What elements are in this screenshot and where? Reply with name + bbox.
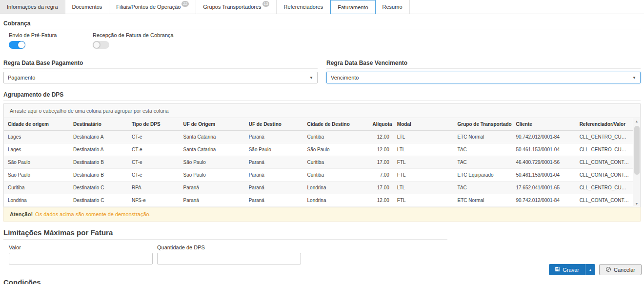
tab-label: Resumo (382, 4, 402, 10)
cell: TAC (454, 143, 512, 156)
cell: São Paulo (245, 143, 303, 156)
demo-data-warning: Atenção! Os dados acima são somente de d… (3, 207, 641, 222)
recepcao-fatura-cobranca-toggle[interactable] (93, 41, 109, 49)
column-header-cidade-destino[interactable]: Cidade de Destino (303, 118, 369, 131)
quantidade-dps-input[interactable] (157, 253, 301, 264)
cell: São Paulo (4, 156, 69, 169)
tab-count-badge: 22 (181, 1, 189, 7)
chevron-down-icon: ▼ (632, 76, 636, 80)
cell: FTL (393, 156, 454, 169)
tab-documentos[interactable]: Documentos (65, 0, 110, 14)
cell: Destinatario B (69, 169, 128, 182)
selected-value: Vencimento (331, 75, 359, 81)
column-header-referenciador-valor[interactable]: Referenciador/Valor (576, 118, 633, 131)
table-row[interactable]: Curitiba Destinatario C RPA Paraná Paran… (4, 182, 633, 194)
scroll-up-icon[interactable]: ▲ (635, 118, 639, 124)
column-header-cliente[interactable]: Cliente (512, 118, 575, 131)
table-row[interactable]: Lages Destinatario A CT-e Santa Catarina… (4, 143, 633, 156)
tab-resumo[interactable]: Resumo (376, 0, 410, 14)
cell: Curitiba (303, 169, 369, 182)
section-title-regra-data-base-vencimento: Regra Data Base Vencimento (326, 56, 641, 69)
cell: Destinatario A (69, 131, 128, 143)
cancelar-button[interactable]: Cancelar (599, 264, 642, 275)
regra-data-base-pagamento-select[interactable]: Pagamento ▼ (3, 72, 318, 83)
table-header-row: Cidade de origem Destinatário Tipo de DP… (4, 118, 633, 131)
tab-filiais-pontos-operacao[interactable]: Filiais/Pontos de Operação22 (109, 0, 196, 14)
toggle-knob (18, 41, 25, 48)
cell: Londrina (303, 182, 369, 194)
cell: Destinatario C (69, 182, 128, 194)
cell: Paraná (245, 156, 303, 169)
dps-grid: Arraste aqui o cabeçalho de uma coluna p… (3, 103, 641, 207)
chevron-up-icon: ▲ (589, 268, 592, 271)
tab-label: Faturamento (338, 4, 368, 10)
cell: Curitiba (303, 131, 369, 143)
selected-value: Pagamento (8, 75, 35, 81)
scroll-down-icon[interactable]: ▼ (635, 201, 639, 207)
gravar-button[interactable]: Gravar (549, 264, 585, 275)
cell: CT-e (128, 169, 180, 182)
cell: 12.00 (369, 194, 393, 207)
cell: 90.742.012/0001-84 (512, 194, 575, 207)
column-header-grupo-transportador[interactable]: Grupo de Transportador (454, 118, 512, 131)
gravar-split-button[interactable]: Gravar ▲ (549, 264, 595, 275)
table-row[interactable]: São Paulo Destinatario B CT-e São Paulo … (4, 169, 633, 182)
cell: CLL_CONTA_CONTABIL: DEPART_A (576, 156, 633, 169)
recepcao-fatura-cobranca-label: Recepção de Fatura de Cobrança (93, 32, 174, 38)
cell: Lages (4, 131, 69, 143)
cell: Destinatario C (69, 194, 128, 207)
cell: Londrina (4, 194, 69, 207)
tab-referenciadores[interactable]: Referenciadores (277, 0, 330, 14)
cell: 50.461.153/0001-04 (512, 169, 575, 182)
table-row[interactable]: São Paulo Destinatario B CT-e São Paulo … (4, 156, 633, 169)
regra-data-base-vencimento-select[interactable]: Vencimento ▼ (326, 72, 641, 83)
envio-pre-fatura-toggle[interactable] (9, 41, 25, 49)
warning-text: Os dados acima são somente de demonstraç… (34, 211, 151, 217)
cell: Paraná (245, 182, 303, 194)
cell: 12.00 (369, 131, 393, 143)
column-header-aliquota[interactable]: Alíquota (369, 118, 393, 131)
column-header-tipo-dps[interactable]: Tipo de DPS (128, 118, 180, 131)
table-row[interactable]: Londrina Destinatario C NFS-e Paraná Par… (4, 194, 633, 207)
cell: CLL_CENTRO_CUSTO: LTL_DIST (576, 131, 633, 143)
tab-label: Grupos Transportadores (203, 4, 261, 10)
save-icon (555, 266, 560, 273)
cell: RPA (128, 182, 180, 194)
column-header-uf-origem[interactable]: UF de Origem (180, 118, 245, 131)
tab-label: Documentos (72, 4, 102, 10)
column-header-destinatario[interactable]: Destinatário (69, 118, 128, 131)
cancelar-button-label: Cancelar (614, 267, 635, 273)
dps-table: Cidade de origem Destinatário Tipo de DP… (4, 118, 633, 207)
cell: Paraná (245, 169, 303, 182)
column-header-modal[interactable]: Modal (393, 118, 454, 131)
table-scrollbar[interactable]: ▲ ▼ (633, 118, 640, 207)
tab-label: Informações da regra (7, 4, 58, 10)
cell: Londrina (303, 194, 369, 207)
section-title-cobranca: Cobrança (3, 16, 641, 29)
cell: CT-e (128, 143, 180, 156)
column-header-cidade-origem[interactable]: Cidade de origem (4, 118, 69, 131)
cell: CLL_CENTRO_CUSTO: TL_DIST (576, 143, 633, 156)
tab-informacoes-da-regra[interactable]: Informações da regra (0, 0, 65, 14)
gravar-dropdown-toggle[interactable]: ▲ (585, 264, 595, 275)
cell: São Paulo (303, 143, 369, 156)
cell: CT-e (128, 131, 180, 143)
valor-label: Valor (9, 244, 153, 250)
grid-group-drop-zone[interactable]: Arraste aqui o cabeçalho de uma coluna p… (4, 104, 640, 118)
chevron-down-icon: ▼ (309, 76, 313, 80)
cell: Curitiba (303, 156, 369, 169)
warning-strong-text: Atenção! (10, 211, 33, 217)
cell: 12.00 (369, 143, 393, 156)
section-title-regra-data-base-pagamento: Regra Data Base Pagamento (3, 56, 318, 69)
cell: 17.00 (369, 182, 393, 194)
scrollbar-thumb[interactable] (634, 126, 640, 175)
cell: LTL (393, 131, 454, 143)
section-title-agrupamento-dps: Agrupamento de DPS (3, 87, 641, 101)
table-row[interactable]: Lages Destinatario A CT-e Santa Catarina… (4, 131, 633, 143)
column-header-uf-destino[interactable]: UF de Destino (245, 118, 303, 131)
tab-grupos-transportadores[interactable]: Grupos Transportadores13 (196, 0, 277, 14)
tab-faturamento[interactable]: Faturamento (330, 0, 375, 14)
cell: NFS-e (128, 194, 180, 207)
cell: Santa Catarina (180, 143, 245, 156)
valor-input[interactable] (9, 253, 153, 264)
